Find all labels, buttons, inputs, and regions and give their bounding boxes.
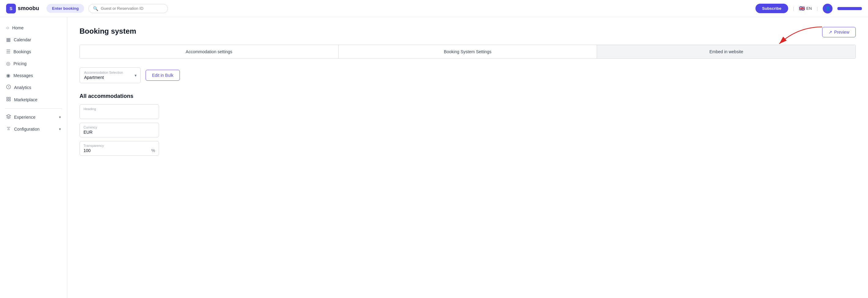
external-link-icon: ↗	[829, 30, 832, 35]
sidebar-item-messages[interactable]: ◉ Messages	[0, 69, 67, 81]
logo-icon: S	[6, 4, 16, 13]
percent-suffix: %	[151, 148, 155, 153]
nav-divider-2: |	[817, 6, 818, 11]
flag-icon: 🇬🇧	[799, 5, 805, 11]
transparency-field-wrapper: Transparency %	[80, 141, 159, 156]
preview-button[interactable]: ↗ Preview	[822, 27, 856, 37]
sidebar-item-configuration[interactable]: Configuration ▾	[0, 123, 67, 135]
calendar-icon: ▦	[6, 37, 11, 42]
sidebar-item-label: Analytics	[14, 85, 31, 90]
heading-input[interactable]	[84, 111, 155, 116]
language-label: EN	[806, 6, 812, 11]
field-group: Heading Currency Transparency %	[80, 104, 159, 156]
svg-rect-2	[9, 97, 10, 99]
configuration-label: Configuration	[14, 127, 39, 131]
edit-bulk-button[interactable]: Edit in Bulk	[146, 70, 180, 81]
accommodation-dropdown[interactable]: Accommodation Selection Apartment ▾	[80, 67, 141, 83]
sidebar-item-label: Calendar	[14, 37, 31, 42]
enter-booking-button[interactable]: Enter booking	[46, 4, 84, 13]
tabs-container: Accommodation settings Booking System Se…	[80, 45, 856, 59]
heading-label: Heading	[84, 107, 155, 111]
chevron-down-icon: ▾	[59, 115, 61, 119]
search-input[interactable]	[101, 6, 163, 11]
user-name-bar	[837, 7, 862, 10]
sidebar-item-bookings[interactable]: ☰ Bookings	[0, 46, 67, 58]
tab-booking-system-settings[interactable]: Booking System Settings	[339, 45, 597, 58]
experience-icon	[6, 114, 11, 120]
sidebar-item-analytics[interactable]: Analytics	[0, 81, 67, 94]
dropdown-value: Apartment	[84, 75, 136, 80]
heading-field-wrapper: Heading	[80, 104, 159, 119]
sidebar-divider	[5, 108, 62, 109]
dropdown-label: Accommodation Selection	[84, 71, 136, 74]
svg-rect-4	[9, 99, 10, 101]
sidebar-item-label: Bookings	[13, 49, 31, 54]
navbar: S smoobu Enter booking 🔍 Subscribe | 🇬🇧 …	[0, 0, 868, 17]
sidebar-item-label: Home	[12, 25, 24, 30]
user-icon: 👤	[825, 6, 830, 11]
configuration-icon	[6, 126, 11, 132]
marketplace-icon	[6, 97, 11, 103]
search-bar: 🔍	[88, 4, 168, 13]
nav-divider: |	[793, 6, 794, 11]
currency-label: Currency	[84, 125, 155, 129]
chevron-down-icon-2: ▾	[59, 127, 61, 131]
sidebar-item-label: Marketplace	[14, 97, 37, 102]
svg-rect-1	[7, 97, 8, 99]
transparency-field-with-suffix: %	[84, 148, 155, 153]
page-title: Booking system	[80, 27, 136, 35]
logo: S smoobu	[6, 4, 39, 13]
currency-input[interactable]	[84, 130, 155, 135]
logo-name: smoobu	[18, 5, 39, 11]
tab-embed-in-website[interactable]: Embed in website	[597, 45, 856, 58]
subscribe-button[interactable]: Subscribe	[755, 4, 788, 13]
layout: ○ Home ▦ Calendar ☰ Bookings ◎ Pricing ◉…	[0, 0, 868, 166]
svg-rect-3	[7, 99, 8, 101]
home-icon: ○	[6, 25, 9, 31]
analytics-icon	[6, 84, 11, 91]
tab-accommodation-settings[interactable]: Accommodation settings	[80, 45, 339, 58]
experience-label: Experience	[14, 115, 35, 120]
controls-row: Accommodation Selection Apartment ▾ Edit…	[80, 67, 856, 83]
search-icon: 🔍	[93, 6, 98, 11]
sidebar-item-calendar[interactable]: ▦ Calendar	[0, 34, 67, 46]
main-content: Booking system ↗ Preview	[67, 17, 868, 166]
transparency-label: Transparency	[84, 144, 155, 147]
navbar-right: Subscribe | 🇬🇧 EN | 👤	[755, 4, 862, 13]
section-title: All accommodations	[80, 93, 856, 99]
user-avatar[interactable]: 👤	[823, 4, 833, 13]
language-selector[interactable]: 🇬🇧 EN	[799, 5, 812, 11]
sidebar-item-experience[interactable]: Experience ▾	[0, 111, 67, 123]
messages-icon: ◉	[6, 72, 10, 78]
dropdown-arrow-icon: ▾	[134, 73, 137, 78]
sidebar: ○ Home ▦ Calendar ☰ Bookings ◎ Pricing ◉…	[0, 17, 67, 166]
sidebar-item-label: Messages	[13, 73, 33, 78]
sidebar-item-label: Pricing	[13, 61, 27, 66]
all-accommodations-section: All accommodations Heading Currency Tran…	[80, 93, 856, 156]
sidebar-item-pricing[interactable]: ◎ Pricing	[0, 58, 67, 69]
transparency-input[interactable]	[84, 148, 150, 153]
preview-area: ↗ Preview	[822, 27, 856, 37]
sidebar-item-marketplace[interactable]: Marketplace	[0, 94, 67, 106]
sidebar-item-home[interactable]: ○ Home	[0, 22, 67, 34]
pricing-icon: ◎	[6, 61, 10, 66]
bookings-icon: ☰	[6, 49, 10, 55]
currency-field-wrapper: Currency	[80, 123, 159, 138]
